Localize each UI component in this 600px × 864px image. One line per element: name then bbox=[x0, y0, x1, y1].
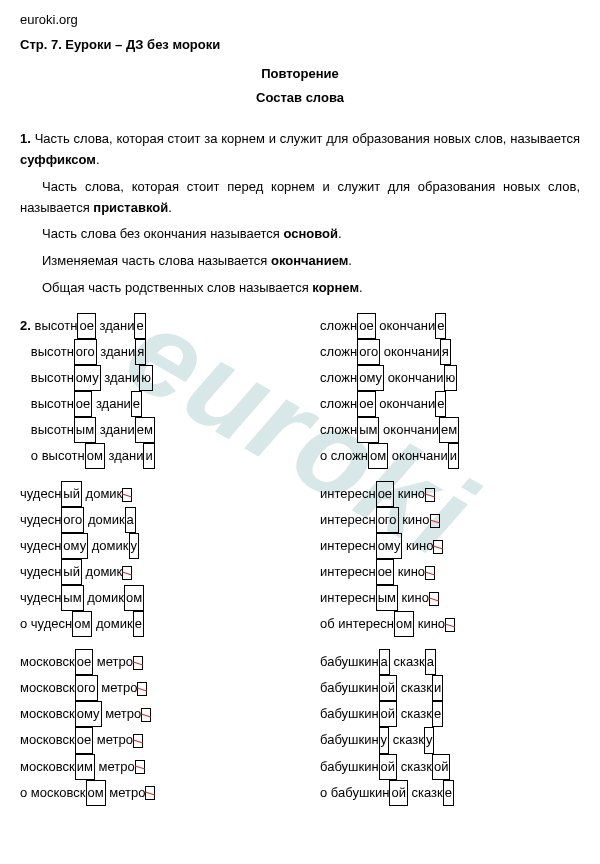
word-line: интересному кино bbox=[320, 533, 580, 559]
word-line: интересное кино bbox=[320, 481, 580, 507]
word-line: сложному окончанию bbox=[320, 365, 580, 391]
word-pre: о бабушкин bbox=[320, 785, 389, 800]
word-mid: домик bbox=[92, 616, 132, 631]
word-grid: московское метромосковского метромосковс… bbox=[20, 649, 580, 805]
ending-box: ый bbox=[61, 559, 82, 585]
ending-box: ое bbox=[357, 313, 375, 339]
para-4: Изменяемая часть слова называется оконча… bbox=[20, 251, 580, 272]
ending-box: ому bbox=[61, 533, 88, 559]
ending-box: ого bbox=[357, 339, 380, 365]
word-line: московским метро bbox=[20, 754, 280, 780]
section-1: 1. Часть слова, которая стоит за корнем … bbox=[20, 129, 580, 299]
ending-box-2 bbox=[133, 734, 143, 748]
word-pre: интересн bbox=[320, 486, 376, 501]
word-line: бабушкиной сказкой bbox=[320, 754, 580, 780]
ending-box-2: и bbox=[448, 443, 459, 469]
ending-box: ое bbox=[77, 313, 95, 339]
ending-box-2: ю bbox=[444, 365, 458, 391]
word-pre: высотн bbox=[31, 422, 74, 437]
word-mid: сказк bbox=[397, 706, 432, 721]
site-label: euroki.org bbox=[20, 10, 580, 31]
ending-box: ый bbox=[61, 481, 82, 507]
ending-box-2 bbox=[145, 786, 155, 800]
word-mid: кино bbox=[402, 538, 433, 553]
word-line: о высотном здании bbox=[20, 443, 280, 469]
word-pre: высотн bbox=[31, 344, 74, 359]
ending-box: ое bbox=[75, 727, 93, 753]
word-line: высотное здание bbox=[20, 391, 280, 417]
ending-box: а bbox=[379, 649, 390, 675]
ending-box-2: я bbox=[440, 339, 451, 365]
ending-box: ой bbox=[389, 780, 408, 806]
p5b: корнем bbox=[312, 280, 359, 295]
word-mid: домик bbox=[84, 590, 124, 605]
section-num-1: 1. bbox=[20, 131, 31, 146]
ending-box: ого bbox=[74, 339, 97, 365]
word-pre: о чудесн bbox=[20, 616, 72, 631]
word-line: чудесный домик bbox=[20, 481, 280, 507]
word-line: высотным зданием bbox=[20, 417, 280, 443]
word-line: московского метро bbox=[20, 675, 280, 701]
ending-box: ой bbox=[379, 675, 398, 701]
word-pre: о сложн bbox=[320, 448, 368, 463]
word-line: сложным окончанием bbox=[320, 417, 580, 443]
word-line: интересного кино bbox=[320, 507, 580, 533]
word-mid: домик bbox=[88, 538, 128, 553]
ending-box-2: е bbox=[131, 391, 142, 417]
ending-box-2: а bbox=[425, 649, 436, 675]
ending-box: ой bbox=[379, 701, 398, 727]
word-line: чудесного домика bbox=[20, 507, 280, 533]
ending-box: ого bbox=[75, 675, 98, 701]
word-pre: бабушкин bbox=[320, 706, 379, 721]
ending-box-2 bbox=[137, 682, 147, 696]
section-2: 2. высотное здание высотного здания высо… bbox=[20, 313, 580, 806]
para-3: Часть слова без окончания называется осн… bbox=[20, 224, 580, 245]
ending-box: ому bbox=[357, 365, 384, 391]
ending-box-2: е bbox=[443, 780, 454, 806]
ending-box: ому bbox=[74, 365, 101, 391]
ending-box: ом bbox=[85, 443, 105, 469]
col-left: 2. высотное здание высотного здания высо… bbox=[20, 313, 280, 469]
col-left: чудесный домикчудесного домикачудесному … bbox=[20, 481, 280, 637]
word-line: о чудесном домике bbox=[20, 611, 280, 637]
word-mid: метро bbox=[106, 785, 146, 800]
word-mid: метро bbox=[93, 732, 133, 747]
ending-box-2 bbox=[425, 488, 435, 502]
ending-box-2: е bbox=[432, 701, 443, 727]
word-mid: окончани bbox=[380, 344, 440, 359]
ending-box-2 bbox=[445, 618, 455, 632]
ending-box-2 bbox=[433, 540, 443, 554]
word-mid: кино bbox=[394, 564, 425, 579]
word-pre: московск bbox=[20, 759, 75, 774]
ending-box: ого bbox=[61, 507, 84, 533]
word-line: 2. высотное здание bbox=[20, 313, 280, 339]
ending-box: ым bbox=[357, 417, 379, 443]
word-mid: окончани bbox=[384, 370, 444, 385]
word-grid: чудесный домикчудесного домикачудесному … bbox=[20, 481, 580, 637]
word-mid: здани bbox=[101, 370, 140, 385]
ending-box-2: ю bbox=[139, 365, 153, 391]
word-pre: чудесн bbox=[20, 538, 61, 553]
word-line: высотному зданию bbox=[20, 365, 280, 391]
word-mid: сказк bbox=[397, 759, 432, 774]
ending-box-2 bbox=[430, 514, 440, 528]
ending-box-2: у bbox=[424, 727, 435, 753]
word-line: чудесный домик bbox=[20, 559, 280, 585]
word-line: о бабушкиной сказке bbox=[320, 780, 580, 806]
ending-box: ым bbox=[74, 417, 96, 443]
p1b: суффиксом bbox=[20, 152, 96, 167]
section-num-2: 2. bbox=[20, 318, 34, 333]
ending-box-2: ем bbox=[439, 417, 459, 443]
heading-repetition: Повторение bbox=[20, 64, 580, 85]
word-pre: высотн bbox=[34, 318, 77, 333]
word-grid: 2. высотное здание высотного здания высо… bbox=[20, 313, 580, 469]
word-line: сложного окончания bbox=[320, 339, 580, 365]
ending-box-2 bbox=[133, 656, 143, 670]
word-line: высотного здания bbox=[20, 339, 280, 365]
para-1: 1. Часть слова, которая стоит за корнем … bbox=[20, 129, 580, 171]
word-mid: сказк bbox=[408, 785, 443, 800]
page-title: Стр. 7. Еуроки – ДЗ без мороки bbox=[20, 35, 580, 56]
heading-composition: Состав слова bbox=[20, 88, 580, 109]
p4b: окончанием bbox=[271, 253, 348, 268]
word-mid: здани bbox=[96, 318, 135, 333]
